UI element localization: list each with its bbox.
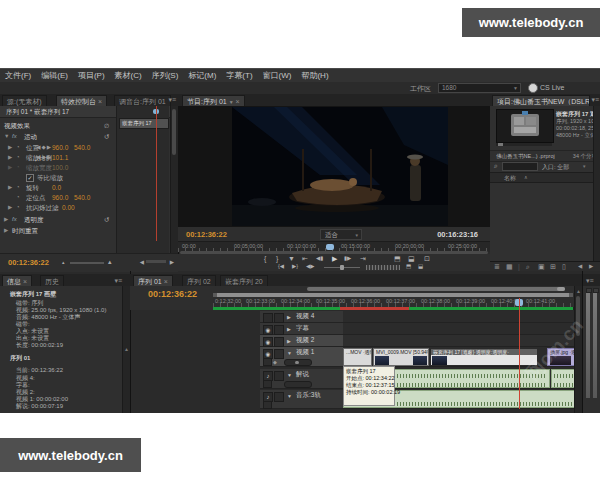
scroll-up-icon[interactable]: ▲ (124, 346, 129, 352)
reset-icon[interactable]: ↺ (104, 133, 109, 141)
menu-file[interactable]: 文件(F) (0, 70, 36, 81)
extract-small-icon[interactable]: ⬓ (418, 263, 423, 269)
collapse-icon[interactable]: ▶ (4, 216, 8, 222)
track-header-titles[interactable]: ◉ ▶ 字幕 (260, 323, 343, 335)
collapse-icon[interactable]: ▶ (4, 227, 8, 233)
collapse-icon[interactable]: ▼ (4, 133, 9, 139)
column-header[interactable]: 名称 ∧ (490, 172, 600, 183)
goto-out-brace-icon[interactable]: } (276, 255, 278, 262)
loop-icon[interactable]: {◀ (278, 263, 284, 269)
collapse-icon[interactable]: ▶ (287, 338, 291, 344)
value-field[interactable]: 960.0 (52, 194, 68, 201)
loop-icon2[interactable]: ▶} (292, 263, 298, 269)
track-header-video1[interactable]: ◉ ▼ 视频 1 ◆ (260, 347, 343, 367)
export-frame-icon[interactable]: ⊡ (424, 255, 430, 263)
menu-help[interactable]: 帮助(H) (296, 70, 333, 81)
eye-icon[interactable]: ◉ (263, 325, 273, 335)
close-icon[interactable]: × (236, 98, 240, 105)
zoom-in-icon[interactable]: ▴ (108, 258, 112, 266)
track-header-video2[interactable]: ◉ ▶ 视频 2 (260, 335, 343, 347)
track-header-video4[interactable]: ▶ 视频 4 (260, 311, 343, 323)
lock-track[interactable] (274, 313, 284, 323)
goto-in-icon[interactable]: ⇤ (302, 255, 308, 263)
track-header-narration[interactable]: ♪ ▼ 解说 (260, 369, 343, 389)
clip-mvi0009[interactable]: MVI_0009.MOV [50.94%] 不· (373, 348, 429, 366)
search-input[interactable] (502, 162, 538, 171)
filter-dropdown[interactable]: 入口: 全部 (542, 163, 569, 172)
keyframe-icon[interactable]: ◆ (273, 359, 277, 365)
time-remap-label[interactable]: 时间重置 (12, 227, 38, 236)
scroll-right-icon[interactable]: ▶ (589, 263, 593, 269)
lift-small-icon[interactable]: ⬒ (406, 263, 411, 269)
step-forward-icon[interactable]: ▮▶ (344, 255, 351, 261)
close-icon[interactable]: × (98, 98, 102, 105)
extract-icon[interactable]: ⬓ (408, 255, 415, 263)
track-kf-pill[interactable] (284, 359, 312, 366)
scroll-up-icon[interactable]: ▲ (576, 288, 581, 294)
lock-track[interactable] (274, 371, 284, 381)
track-header-music[interactable]: ♪ ▼ 音乐:3轨 (260, 390, 343, 409)
expand-icon[interactable]: ▶ (8, 204, 12, 210)
checkbox-checked[interactable]: ✓ (26, 174, 34, 182)
stopwatch-icon[interactable]: ◔ (16, 144, 20, 150)
menu-window[interactable]: 窗口(W) (258, 70, 297, 81)
value-field[interactable]: 540.0 (74, 194, 90, 201)
toggle-track-output[interactable] (263, 313, 273, 323)
preview-scrubber[interactable] (496, 143, 552, 146)
timeline-timecode[interactable]: 00:12:36:22 (148, 289, 197, 299)
zoom-out-icon[interactable]: ▴ (62, 259, 65, 265)
value-field[interactable]: 0.00 (62, 204, 75, 211)
expand-icon[interactable]: ▶ (8, 144, 12, 150)
trash-icon[interactable]: ▯ (562, 263, 566, 271)
clip-video[interactable]: ...MOV ·透明度▼ (343, 348, 372, 366)
lock-track[interactable] (274, 325, 284, 335)
fit-dropdown[interactable]: 适合 ▼ (320, 229, 362, 240)
step-back-icon[interactable]: ◀▮ (316, 255, 323, 261)
ec-hscrollbar[interactable] (146, 260, 166, 263)
marker-icon[interactable]: ▼ (288, 255, 295, 262)
next-keyframe-icon[interactable]: ▶ (47, 144, 52, 150)
scroll-left-icon[interactable]: ◀ (140, 259, 144, 265)
play-icon[interactable]: ▶ (332, 255, 337, 263)
zoom-handle[interactable] (557, 287, 565, 291)
lock-track[interactable] (274, 337, 284, 347)
menu-project[interactable]: 项目(P) (73, 70, 110, 81)
expand-icon[interactable]: ▶ (8, 154, 12, 160)
timeline-zoom-scrollbar[interactable] (307, 287, 565, 291)
menu-sequence[interactable]: 序列(S) (147, 70, 184, 81)
motion-effect-label[interactable]: 运动 (24, 133, 37, 142)
track-lane-video2[interactable] (343, 335, 583, 347)
scrollbar-thumb[interactable] (576, 296, 580, 336)
value-field[interactable]: 960.0 (52, 144, 68, 151)
scrubber-handle[interactable] (498, 143, 503, 146)
collapse-icon[interactable]: ▶ (287, 326, 291, 332)
menu-marker[interactable]: 标记(M) (183, 70, 221, 81)
find-icon[interactable]: ⌕ (526, 263, 530, 271)
value-field[interactable]: 101.1 (52, 154, 68, 161)
ec-clip-chip[interactable]: 嵌套序列 17 (119, 118, 169, 129)
menu-edit[interactable]: 编辑(E) (36, 70, 73, 81)
menu-title[interactable]: 字幕(T) (221, 70, 257, 81)
new-bin-icon[interactable]: ▣ (538, 263, 545, 271)
stopwatch-icon[interactable]: ◔ (16, 154, 20, 160)
cs-live-button[interactable]: CS Live (540, 84, 565, 91)
ec-timecode[interactable]: 00:12:36:22 (8, 258, 49, 267)
collapse-icon[interactable]: ▼ (287, 393, 292, 399)
track-kf-pill[interactable] (284, 381, 312, 388)
close-icon[interactable]: × (164, 278, 168, 285)
program-current-timecode[interactable]: 00:12:36:22 (186, 230, 227, 239)
opacity-effect-label[interactable]: 透明度 (24, 216, 44, 225)
eye-icon[interactable]: ◉ (263, 337, 273, 347)
ec-mini-timeline[interactable]: 嵌套序列 17 (116, 106, 169, 253)
panel-menu-icon[interactable]: ▾≡ (114, 277, 122, 285)
clip-nested-seq-17-selected[interactable]: 嵌套序列 17 [遮蔽]·透明度:透明度· (430, 348, 538, 366)
track-lane-titles[interactable] (343, 323, 583, 335)
new-item-icon[interactable]: ⊞ (550, 263, 556, 271)
chevron-down-icon[interactable]: ▼ (229, 99, 234, 105)
panel-menu-icon[interactable]: ▾≡ (168, 96, 176, 104)
value-field[interactable]: 0.0 (52, 184, 61, 191)
reset-icon[interactable]: ↺ (104, 216, 109, 224)
scrollbar-thumb[interactable] (172, 109, 176, 155)
scroll-right-icon[interactable]: ▶ (170, 259, 174, 265)
playhead-line[interactable] (519, 298, 520, 409)
